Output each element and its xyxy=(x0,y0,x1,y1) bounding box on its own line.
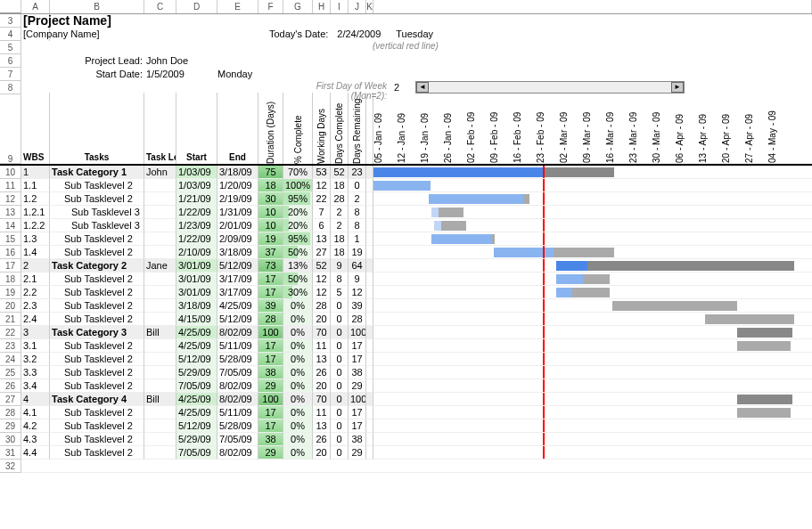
drem-cell[interactable]: 23 xyxy=(349,166,366,179)
wdays-cell[interactable]: 11 xyxy=(313,406,331,419)
task-row[interactable]: 202.3Sub Tasklevel 23/18/094/25/09390%28… xyxy=(0,299,812,313)
row-number[interactable]: 26 xyxy=(0,379,21,393)
wdays-cell[interactable]: 13 xyxy=(313,419,331,433)
wbs-cell[interactable]: 2 xyxy=(21,259,50,273)
gantt-bar[interactable] xyxy=(554,248,614,257)
gantt-bar[interactable] xyxy=(543,167,614,177)
lead-cell[interactable] xyxy=(144,433,176,446)
gantt-bar[interactable] xyxy=(737,395,792,404)
drem-cell[interactable]: 17 xyxy=(349,419,366,433)
gantt-bar[interactable] xyxy=(431,208,439,217)
col-letter[interactable]: H xyxy=(313,0,331,13)
wdays-cell[interactable]: 27 xyxy=(313,246,331,259)
lead-cell[interactable] xyxy=(144,419,176,433)
wdays-cell[interactable]: 26 xyxy=(313,366,331,379)
row-number[interactable]: 9 xyxy=(0,93,21,164)
col-duration[interactable]: Duration (Days) xyxy=(258,93,283,164)
drem-cell[interactable]: 19 xyxy=(349,246,366,259)
duration-cell[interactable]: 17 xyxy=(258,406,283,419)
start-cell[interactable]: 7/05/09 xyxy=(176,379,217,393)
end-cell[interactable]: 1/20/09 xyxy=(217,179,258,192)
task-row[interactable]: 233.1Sub Tasklevel 24/25/095/11/09170%11… xyxy=(0,339,812,353)
row-number[interactable]: 31 xyxy=(0,446,21,460)
drem-cell[interactable]: 8 xyxy=(349,206,366,219)
lead-cell[interactable] xyxy=(144,353,176,366)
category-row[interactable]: 223Task Category 3Bill4/25/098/02/091000… xyxy=(0,326,812,339)
row-number[interactable]: 15 xyxy=(0,232,21,246)
drem-cell[interactable]: 2 xyxy=(349,192,366,206)
first-dow-value[interactable]: 2 xyxy=(392,81,401,94)
end-cell[interactable]: 2/09/09 xyxy=(217,232,258,246)
gantt-bar[interactable] xyxy=(373,167,543,177)
row-number[interactable]: 8 xyxy=(0,81,21,94)
duration-cell[interactable]: 38 xyxy=(258,433,283,446)
wdays-cell[interactable]: 13 xyxy=(313,232,331,246)
duration-cell[interactable]: 100 xyxy=(258,393,283,406)
date-column-header[interactable]: 19 - Jan - 09 xyxy=(420,94,443,163)
gantt-bar[interactable] xyxy=(612,301,737,311)
lead-cell[interactable] xyxy=(144,339,176,353)
task-name-cell[interactable]: Sub Tasklevel 2 xyxy=(50,313,144,326)
end-cell[interactable]: 8/02/09 xyxy=(217,379,258,393)
task-name-cell[interactable]: Sub Tasklevel 2 xyxy=(50,232,144,246)
task-name-cell[interactable]: Sub Tasklevel 2 xyxy=(50,419,144,433)
col-wbs[interactable]: WBS xyxy=(21,93,50,164)
category-row[interactable]: 172Task Category 2Jane3/01/095/12/097313… xyxy=(0,259,812,273)
pct-cell[interactable]: 0% xyxy=(283,366,313,379)
row-number[interactable]: 18 xyxy=(0,273,21,286)
duration-cell[interactable]: 18 xyxy=(258,179,283,192)
row-number[interactable]: 3 xyxy=(0,14,21,28)
row-number[interactable]: 19 xyxy=(0,286,21,299)
lead-cell[interactable] xyxy=(144,406,176,419)
start-cell[interactable]: 5/12/09 xyxy=(176,419,217,433)
dcomp-cell[interactable]: 0 xyxy=(331,393,349,406)
end-cell[interactable]: 8/02/09 xyxy=(217,393,258,406)
drem-cell[interactable]: 100 xyxy=(349,393,366,406)
col-letter[interactable]: A xyxy=(21,0,50,13)
date-column-header[interactable]: 26 - Jan - 09 xyxy=(443,94,466,163)
wdays-cell[interactable]: 20 xyxy=(313,313,331,326)
col-working-days[interactable]: Working Days xyxy=(313,93,331,164)
wbs-cell[interactable]: 1.1 xyxy=(21,179,50,192)
gantt-bar[interactable] xyxy=(556,274,583,284)
task-row[interactable]: 182.1Sub Tasklevel 23/01/093/17/091750%1… xyxy=(0,273,812,286)
duration-cell[interactable]: 38 xyxy=(258,366,283,379)
wdays-cell[interactable]: 13 xyxy=(313,353,331,366)
start-cell[interactable]: 3/01/09 xyxy=(176,273,217,286)
wdays-cell[interactable]: 70 xyxy=(313,393,331,406)
duration-cell[interactable]: 30 xyxy=(258,192,283,206)
gantt-bar[interactable] xyxy=(705,314,794,324)
date-column-header[interactable]: 27 - Apr - 09 xyxy=(744,94,767,163)
row-number[interactable]: 28 xyxy=(0,406,21,419)
start-cell[interactable]: 4/25/09 xyxy=(176,326,217,339)
end-cell[interactable]: 8/02/09 xyxy=(217,326,258,339)
row-number[interactable]: 25 xyxy=(0,366,21,379)
wbs-cell[interactable]: 3.4 xyxy=(21,379,50,393)
date-column-header[interactable]: 16 - Mar - 09 xyxy=(605,94,628,163)
col-letter[interactable]: D xyxy=(176,0,217,13)
end-cell[interactable]: 4/25/09 xyxy=(217,299,258,313)
wbs-cell[interactable]: 4 xyxy=(21,393,50,406)
wbs-cell[interactable]: 4.3 xyxy=(21,433,50,446)
start-cell[interactable]: 4/15/09 xyxy=(176,313,217,326)
dcomp-cell[interactable]: 0 xyxy=(331,299,349,313)
pct-cell[interactable]: 0% xyxy=(283,393,313,406)
wbs-cell[interactable]: 2.3 xyxy=(21,299,50,313)
lead-cell[interactable] xyxy=(144,246,176,259)
start-cell[interactable]: 4/25/09 xyxy=(176,393,217,406)
dcomp-cell[interactable]: 18 xyxy=(331,232,349,246)
date-column-header[interactable]: 23 - Feb - 09 xyxy=(536,94,559,163)
lead-cell[interactable]: Jane xyxy=(144,259,176,273)
wdays-cell[interactable]: 12 xyxy=(313,286,331,299)
dcomp-cell[interactable]: 0 xyxy=(331,339,349,353)
lead-cell[interactable] xyxy=(144,232,176,246)
start-cell[interactable]: 3/01/09 xyxy=(176,259,217,273)
task-row[interactable]: 284.1Sub Tasklevel 24/25/095/11/09170%11… xyxy=(0,406,812,419)
end-cell[interactable]: 5/11/09 xyxy=(217,406,258,419)
lead-cell[interactable] xyxy=(144,286,176,299)
duration-cell[interactable]: 37 xyxy=(258,246,283,259)
drem-cell[interactable]: 8 xyxy=(349,219,366,232)
task-name-cell[interactable]: Sub Tasklevel 2 xyxy=(50,192,144,206)
date-column-header[interactable]: 02 - Mar - 09 xyxy=(559,94,582,163)
duration-cell[interactable]: 19 xyxy=(258,232,283,246)
